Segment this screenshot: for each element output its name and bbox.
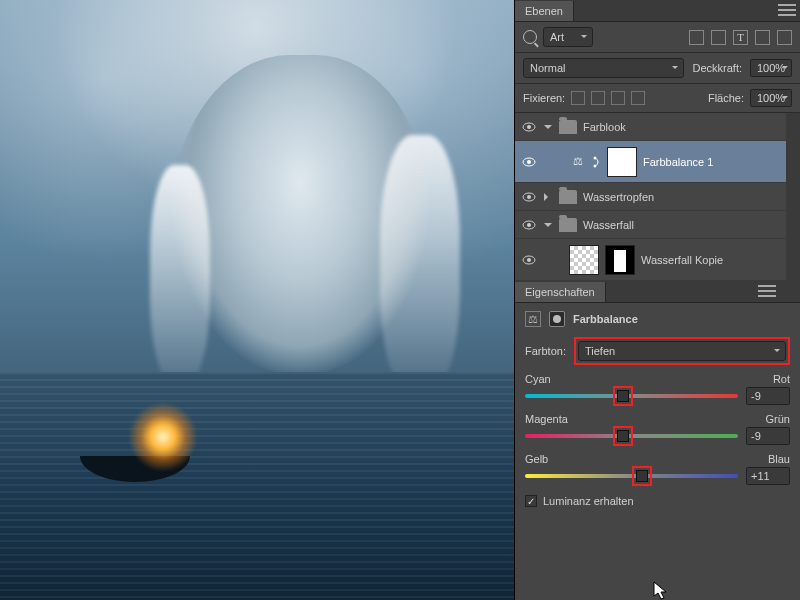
visibility-icon[interactable] [521,217,537,233]
panel-menu-icon[interactable] [778,3,796,17]
disclosure-triangle-icon[interactable] [543,219,553,231]
balance-icon: ⚖ [525,311,541,327]
fill-label: Fläche: [708,92,744,104]
canvas-area[interactable] [0,0,514,600]
blend-opacity-row: Normal Deckkraft: 100% [515,53,800,84]
tab-layers[interactable]: Ebenen [515,1,574,21]
filter-type-dropdown[interactable]: Art [543,27,593,47]
layer-mask-thumb[interactable] [607,147,637,177]
properties-title: Farbbalance [573,313,638,325]
slider-thumb[interactable] [617,390,629,402]
right-panels: Ebenen Art T Normal Deckkraft: 100% Fixi… [514,0,800,600]
tab-properties[interactable]: Eigenschaften [515,282,606,302]
slider-cyan-rot: CyanRot -9 [525,373,790,405]
search-icon [523,30,537,44]
lock-all-icon[interactable] [631,91,645,105]
checkbox-label: Luminanz erhalten [543,495,634,507]
layer-thumb[interactable] [569,245,599,275]
layer-wasserfall-kopie[interactable]: Wasserfall Kopie [515,239,786,281]
checkbox-icon [525,495,537,507]
tone-dropdown[interactable]: Tiefen [578,341,786,361]
layer-filter-row: Art T [515,22,800,53]
lock-position-icon[interactable] [611,91,625,105]
layer-group-wasserfall[interactable]: Wasserfall [515,211,786,239]
blend-mode-dropdown[interactable]: Normal [523,58,684,78]
lock-label: Fixieren: [523,92,565,104]
layer-name[interactable]: Farblook [583,121,626,133]
filter-smart-icon[interactable] [777,30,792,45]
layer-list[interactable]: Farblook ⚖ Farbbalance 1 Wassertropfen [515,113,786,281]
fill-value[interactable]: 100% [750,89,792,107]
lock-transparent-icon[interactable] [571,91,585,105]
disclosure-triangle-icon[interactable] [543,121,553,133]
folder-icon [559,120,577,134]
layer-name[interactable]: Wassertropfen [583,191,654,203]
slider-thumb[interactable] [617,430,629,442]
slider-track[interactable] [525,389,738,403]
visibility-icon[interactable] [521,154,537,170]
preserve-luminosity-checkbox[interactable]: Luminanz erhalten [525,495,790,507]
visibility-icon[interactable] [521,119,537,135]
layers-scrollbar[interactable] [786,113,800,281]
slider-value-input[interactable]: +11 [746,467,790,485]
filter-pixel-icon[interactable] [689,30,704,45]
slider-gelb-blau: GelbBlau +11 [525,453,790,485]
tone-label: Farbton: [525,345,566,357]
layer-mask-thumb[interactable] [605,245,635,275]
svg-point-7 [527,195,531,199]
folder-icon [559,190,577,204]
svg-point-9 [527,223,531,227]
lock-fill-row: Fixieren: Fläche: 100% [515,84,800,113]
layer-name[interactable]: Wasserfall [583,219,634,231]
folder-icon [559,218,577,232]
document-canvas[interactable] [0,0,514,600]
filter-adjust-icon[interactable] [711,30,726,45]
svg-point-3 [527,160,531,164]
svg-point-11 [527,258,531,262]
layer-farbbalance-1[interactable]: ⚖ Farbbalance 1 [515,141,786,183]
layer-group-farblook[interactable]: Farblook [515,113,786,141]
svg-point-1 [527,125,531,129]
slider-value-input[interactable]: -9 [746,387,790,405]
visibility-icon[interactable] [521,189,537,205]
visibility-icon[interactable] [521,252,537,268]
cursor-icon [653,581,669,600]
slider-value-input[interactable]: -9 [746,427,790,445]
opacity-label: Deckkraft: [692,62,742,74]
opacity-value[interactable]: 100% [750,59,792,77]
slider-magenta-grün: MagentaGrün -9 [525,413,790,445]
disclosure-triangle-icon[interactable] [543,193,553,201]
layer-name[interactable]: Wasserfall Kopie [641,254,723,266]
layers-panel-header: Ebenen [515,0,800,22]
panel-menu-icon[interactable] [758,284,776,298]
slider-track[interactable] [525,429,738,443]
mask-icon[interactable] [549,311,565,327]
layer-group-wassertropfen[interactable]: Wassertropfen [515,183,786,211]
filter-shape-icon[interactable] [755,30,770,45]
slider-track[interactable] [525,469,738,483]
properties-panel-header: Eigenschaften [515,281,800,303]
balance-icon: ⚖ [569,155,587,169]
filter-type-icon[interactable]: T [733,30,748,45]
lock-paint-icon[interactable] [591,91,605,105]
slider-thumb[interactable] [636,470,648,482]
layer-name[interactable]: Farbbalance 1 [643,156,713,168]
properties-panel: ⚖ Farbbalance Farbton: Tiefen CyanRot -9… [515,303,800,600]
